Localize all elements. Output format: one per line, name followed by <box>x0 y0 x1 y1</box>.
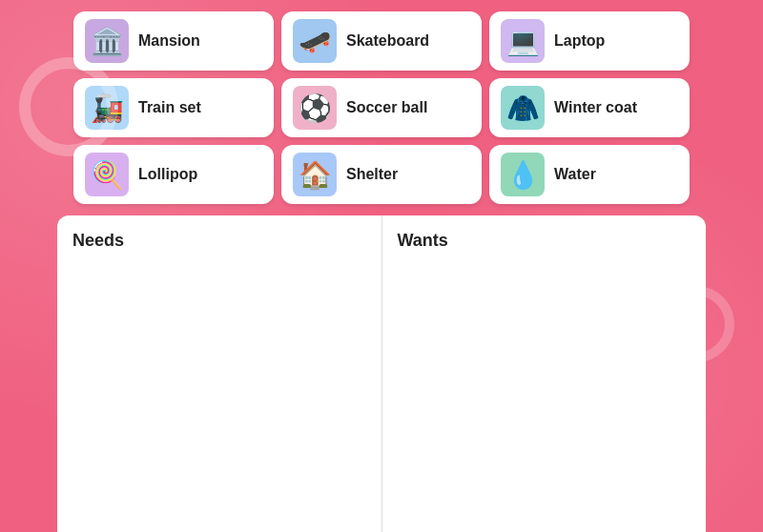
items-row-3: 🍭Lollipop🏠Shelter💧Water <box>57 145 706 204</box>
item-label-trainset: Train set <box>138 99 201 116</box>
item-label-skateboard: Skateboard <box>346 32 429 50</box>
needs-title: Needs <box>72 231 366 251</box>
item-card-wintercoat[interactable]: 🧥Winter coat <box>489 78 690 137</box>
item-icon-lollipop: 🍭 <box>85 153 129 196</box>
item-label-shelter: Shelter <box>346 166 398 183</box>
items-grid: 🏛️Mansion🛹Skateboard💻Laptop 🚂Train set⚽S… <box>57 11 706 204</box>
item-card-mansion[interactable]: 🏛️Mansion <box>73 11 274 71</box>
item-icon-mansion: 🏛️ <box>85 19 129 63</box>
item-label-water: Water <box>554 166 596 183</box>
item-icon-trainset: 🚂 <box>85 86 129 130</box>
needs-drop-zone[interactable] <box>72 260 366 527</box>
item-label-lollipop: Lollipop <box>138 166 197 183</box>
item-card-soccerball[interactable]: ⚽Soccer ball <box>281 78 482 137</box>
item-icon-soccerball: ⚽ <box>293 86 337 130</box>
item-icon-wintercoat: 🧥 <box>501 86 545 130</box>
item-icon-laptop: 💻 <box>501 19 545 63</box>
item-card-shelter[interactable]: 🏠Shelter <box>281 145 482 204</box>
item-label-soccerball: Soccer ball <box>346 99 427 116</box>
item-card-water[interactable]: 💧Water <box>489 145 690 204</box>
item-card-skateboard[interactable]: 🛹Skateboard <box>281 11 482 71</box>
item-card-lollipop[interactable]: 🍭Lollipop <box>73 145 274 204</box>
items-row-1: 🏛️Mansion🛹Skateboard💻Laptop <box>57 11 706 71</box>
main-container: 🏛️Mansion🛹Skateboard💻Laptop 🚂Train set⚽S… <box>0 0 763 532</box>
sorting-area: Needs Wants <box>57 215 706 532</box>
needs-column: Needs <box>57 215 382 532</box>
items-row-2: 🚂Train set⚽Soccer ball🧥Winter coat <box>57 78 706 137</box>
wants-drop-zone[interactable] <box>398 260 691 527</box>
item-label-wintercoat: Winter coat <box>554 99 637 116</box>
wants-title: Wants <box>398 231 691 251</box>
item-icon-shelter: 🏠 <box>293 153 337 196</box>
item-label-laptop: Laptop <box>554 32 605 50</box>
item-icon-water: 💧 <box>501 153 545 196</box>
wants-column: Wants <box>382 215 707 532</box>
item-card-laptop[interactable]: 💻Laptop <box>489 11 690 71</box>
item-card-trainset[interactable]: 🚂Train set <box>73 78 274 137</box>
item-icon-skateboard: 🛹 <box>293 19 337 63</box>
item-label-mansion: Mansion <box>138 32 200 50</box>
